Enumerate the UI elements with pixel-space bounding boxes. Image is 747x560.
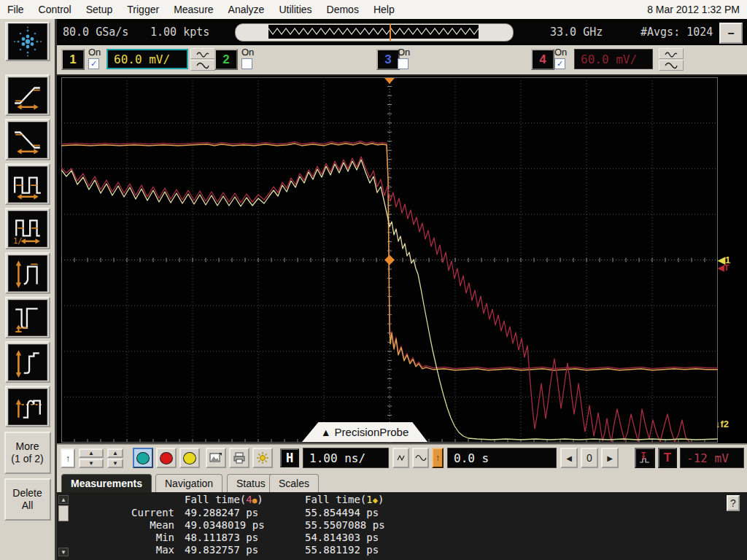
fall-time-button[interactable]	[5, 119, 50, 160]
rise-time-button[interactable]	[5, 74, 50, 116]
peak-to-peak-button[interactable]	[5, 252, 50, 294]
channel-1-coupling-button[interactable]	[190, 48, 215, 59]
position-left-button[interactable]: ◀	[560, 448, 578, 468]
trigger-setup-icon: T	[638, 451, 651, 464]
scroll-thumb[interactable]	[58, 505, 69, 521]
trigger-menu-button[interactable]: T	[658, 448, 677, 468]
menu-trigger[interactable]: Trigger	[120, 0, 166, 19]
measurement-row-current: Current 49.288247 ps 55.854494 ps	[71, 507, 425, 519]
overshoot-button[interactable]	[5, 297, 50, 338]
trigger-position-button[interactable]: ↑	[432, 448, 444, 468]
channel-2-on-checkbox[interactable]: ✓	[241, 58, 252, 69]
sine-large-icon	[196, 61, 210, 69]
channel-4-button[interactable]: 4	[531, 49, 554, 70]
channel-1-button[interactable]: 1	[61, 49, 85, 70]
top-level-button[interactable]	[5, 386, 50, 427]
fine-spin-down-button[interactable]: ▼	[107, 459, 123, 468]
hscale-wave-button[interactable]	[412, 448, 429, 468]
channel-3-button[interactable]: 3	[376, 49, 400, 70]
delete-label: Delete	[12, 487, 42, 499]
rise-time-icon	[8, 77, 47, 114]
menu-demos[interactable]: Demos	[320, 0, 366, 19]
display-brightness-button[interactable]	[252, 448, 273, 468]
precision-probe-tab[interactable]: ▲ PrecisionProbe	[302, 422, 427, 442]
tab-scales[interactable]: Scales	[269, 474, 319, 492]
marker-up-button[interactable]: ↑	[61, 448, 75, 468]
horizontal-menu-button[interactable]: H	[280, 448, 299, 467]
channel-1-on-checkbox[interactable]: ✓	[88, 58, 99, 69]
marker-color-red-button[interactable]	[156, 448, 177, 468]
menu-measure[interactable]: Measure	[166, 0, 220, 19]
function-2-marker[interactable]: ↓f2	[716, 420, 729, 428]
menu-control[interactable]: Control	[31, 0, 79, 19]
channel-4-on-label: On	[554, 47, 567, 58]
red-circle-icon	[160, 452, 173, 464]
position-right-button[interactable]: ▶	[601, 448, 619, 468]
sine-small-icon	[664, 50, 678, 58]
sine-large-icon	[664, 61, 678, 69]
horizontal-position-field[interactable]: 0.0 s	[447, 448, 557, 468]
clock-display: 8 Mar 2012 1:32 PM	[647, 4, 747, 15]
coarse-spin-up-button[interactable]: ▲	[79, 448, 104, 458]
tab-navigation[interactable]: Navigation	[155, 474, 222, 492]
hscale-fine-button[interactable]	[392, 448, 409, 468]
trigger-level-field[interactable]: -12 mV	[680, 448, 744, 468]
channel-1-on-group: On ✓	[88, 47, 101, 69]
channel-2-button[interactable]: 2	[214, 49, 238, 70]
waveform-preview-bar[interactable]	[235, 23, 514, 42]
waveform-preview-window	[268, 25, 479, 39]
amplitude-button[interactable]	[5, 341, 50, 383]
channel-4-bw-button[interactable]	[659, 60, 684, 71]
minimize-button[interactable]: −	[719, 23, 743, 44]
channel-4-on-group: On ✓	[554, 47, 567, 69]
tab-status[interactable]: Status	[227, 474, 275, 492]
position-zero-button[interactable]: 0	[581, 448, 598, 468]
more-measurements-button[interactable]: More (1 of 2)	[4, 432, 51, 474]
channel-3-on-checkbox[interactable]: ✓	[398, 58, 409, 69]
channel-4-scale-field[interactable]: 60.0 mV/	[574, 49, 653, 69]
menu-analyze[interactable]: Analyze	[221, 0, 272, 19]
agilent-logo-button[interactable]	[5, 22, 50, 61]
channel-3-on-label: On	[398, 47, 410, 58]
menu-setup[interactable]: Setup	[79, 0, 120, 19]
menu-utilities[interactable]: Utilities	[271, 0, 319, 19]
tab-measurements[interactable]: Measurements	[61, 474, 152, 492]
print-button[interactable]	[229, 448, 249, 468]
channel-4-coupling-button[interactable]	[659, 48, 684, 59]
scroll-up-button[interactable]: ▲	[58, 495, 69, 504]
delete-all-button[interactable]: Delete All	[4, 478, 51, 521]
channel-4-on-checkbox[interactable]: ✓	[554, 58, 565, 69]
marker-color-yellow-button[interactable]	[179, 448, 200, 468]
precision-probe-arrow-icon: ▲	[321, 427, 331, 438]
coarse-spin-down-button[interactable]: ▼	[79, 459, 104, 468]
averages-readout: #Avgs: 1024	[640, 26, 713, 39]
main-area: 80.0 GSa/s 1.00 kpts 33.0 GHz #Avgs: 102…	[57, 19, 747, 560]
waveform-display-area: ▲ PrecisionProbe ◀1 ◀T ↓f2	[57, 76, 747, 443]
oscilloscope-screen: File Control Setup Trigger Measure Analy…	[0, 0, 747, 560]
period-button[interactable]	[5, 163, 50, 205]
channel-1-ground-marker[interactable]: ◀1 ◀T	[718, 256, 730, 272]
channel-2-on-group: On ✓	[241, 47, 254, 69]
measurement-row-mean: Mean 49.0348019 ps 55.5507088 ps	[71, 519, 425, 532]
channel-1-bw-button[interactable]	[190, 60, 215, 71]
sine-small-icon	[196, 50, 210, 58]
fall-time-icon	[8, 122, 47, 158]
scroll-down-button[interactable]: ▼	[58, 548, 69, 556]
marker-color-cyan-button[interactable]	[133, 448, 153, 468]
fine-spin-up-button[interactable]: ▲	[107, 448, 123, 458]
help-button[interactable]: ?	[727, 495, 740, 511]
channel-1-scale-field[interactable]: 60.0 mV/	[107, 49, 188, 69]
screen-capture-button[interactable]	[206, 448, 226, 468]
period-icon	[8, 166, 47, 203]
channel-bar: 1 On ✓ 60.0 mV/ 2 On ✓ 3 On	[57, 45, 747, 76]
measurement-row-max: Max 49.832757 ps 55.881192 ps	[71, 544, 425, 556]
menu-help[interactable]: Help	[366, 0, 402, 19]
timebase-scale-field[interactable]: 1.00 ns/	[303, 448, 389, 468]
fine-spinner: ▲ ▼	[107, 448, 123, 468]
trigger-setup-button[interactable]: T	[635, 448, 655, 468]
column-header-fall-time-1: Fall time(1◆)	[305, 494, 425, 507]
coarse-spinner: ▲ ▼	[79, 448, 104, 468]
precision-probe-label: PrecisionProbe	[335, 426, 409, 438]
menu-file[interactable]: File	[0, 0, 31, 19]
frequency-button[interactable]: 1/	[5, 208, 50, 249]
